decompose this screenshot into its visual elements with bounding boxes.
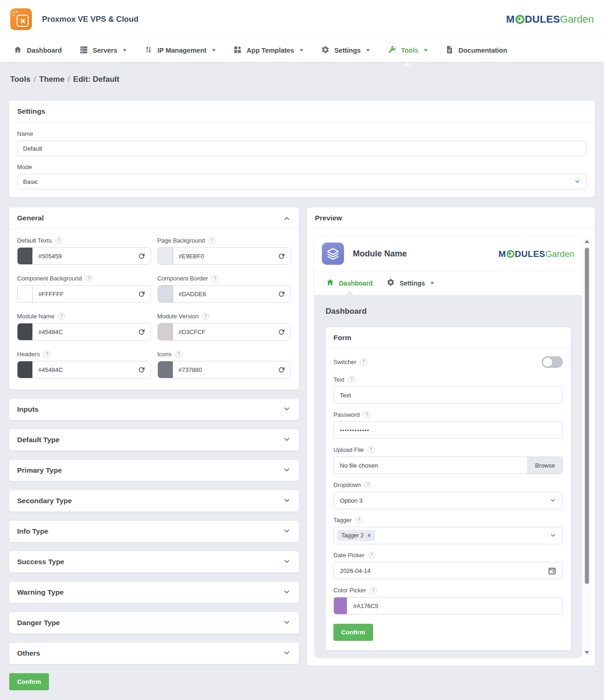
color-input: #505459 <box>17 247 151 265</box>
color-swatch[interactable] <box>158 323 173 340</box>
color-swatch[interactable] <box>18 286 33 302</box>
color-hex-value[interactable]: #E9EBF0 <box>173 253 278 260</box>
module-logo-icon <box>322 243 344 265</box>
color-hex-value[interactable]: #DADDE6 <box>173 291 278 298</box>
help-icon[interactable] <box>368 446 374 453</box>
reset-color-button[interactable] <box>278 252 285 260</box>
color-hex-value[interactable]: #45484C <box>33 366 138 373</box>
color-swatch[interactable] <box>158 286 173 302</box>
preview-scrollbar[interactable] <box>583 237 591 657</box>
color-field: Component Border #DADDE6 <box>157 275 291 303</box>
mode-select[interactable]: Basic <box>17 174 587 189</box>
upload-file-label: Upload File <box>333 446 563 453</box>
preview-form-title: Form <box>333 334 351 342</box>
reset-color-button[interactable] <box>138 328 145 336</box>
switcher-label: Switcher <box>333 359 367 365</box>
scrollbar-up-arrow[interactable] <box>585 240 589 243</box>
chevron-down-icon <box>283 405 291 414</box>
breadcrumb-tools[interactable]: Tools <box>10 75 30 84</box>
color-hex-value[interactable]: #45484C <box>33 329 138 335</box>
general-card-header[interactable]: General <box>9 207 299 229</box>
text-input[interactable]: Text <box>333 386 563 404</box>
nav-item[interactable]: Documentation <box>436 39 516 62</box>
help-icon[interactable] <box>85 275 92 282</box>
help-icon[interactable] <box>202 313 209 320</box>
browse-button[interactable]: Browse <box>527 457 562 474</box>
color-hex-value[interactable]: #FFFFFF <box>33 291 138 298</box>
color-picker-input[interactable]: #A176C5 <box>333 597 563 615</box>
help-icon[interactable] <box>211 275 218 282</box>
collapsed-section-header[interactable]: Inputs <box>9 399 299 420</box>
tag-remove-icon[interactable]: × <box>368 532 371 539</box>
help-icon[interactable] <box>370 587 377 594</box>
dropdown-value: Option 3 <box>340 497 362 504</box>
color-swatch[interactable] <box>158 361 173 378</box>
dropdown-select[interactable]: Option 3 <box>333 492 563 509</box>
chevron-down-icon <box>283 436 291 444</box>
collapsed-section-header[interactable]: Success Type <box>9 551 299 572</box>
confirm-button[interactable]: Confirm <box>9 673 49 690</box>
preview-form-body: Switcher Text Text P <box>326 349 571 650</box>
collapsed-section-header[interactable]: Default Type <box>9 429 299 450</box>
refresh-icon <box>278 290 285 298</box>
preview-form-header: Form <box>326 327 571 349</box>
nav-item[interactable]: Tools <box>379 39 436 62</box>
reset-color-button[interactable] <box>278 328 285 336</box>
reset-color-button[interactable] <box>138 290 145 298</box>
help-icon[interactable] <box>55 237 62 244</box>
preview-nav-item[interactable]: Dashboard <box>319 271 380 295</box>
color-hex-value[interactable]: #D3CFCF <box>173 329 278 335</box>
help-icon[interactable] <box>356 517 362 523</box>
logo-x-icon <box>17 15 29 27</box>
chevron-up-icon <box>283 214 291 222</box>
color-swatch[interactable] <box>158 248 173 264</box>
toggle-knob <box>543 358 552 367</box>
help-icon[interactable] <box>364 481 371 488</box>
help-icon[interactable] <box>360 359 367 365</box>
nav-item[interactable]: IP Management <box>135 39 224 62</box>
reset-color-button[interactable] <box>138 366 145 374</box>
preview-confirm-button[interactable]: Confirm <box>333 624 373 641</box>
help-icon[interactable] <box>43 351 50 358</box>
color-hex-value[interactable]: #737880 <box>173 366 278 373</box>
help-icon[interactable] <box>209 237 216 244</box>
reset-color-button[interactable] <box>278 366 285 374</box>
color-hex-value[interactable]: #505459 <box>33 253 138 260</box>
collapsed-section-header[interactable]: Secondary Type <box>9 490 299 511</box>
modulesgarden-logo[interactable]: M DULES Garden <box>506 14 594 24</box>
preview-page-title: Dashboard <box>326 307 571 316</box>
color-swatch[interactable] <box>334 597 347 614</box>
nav-item[interactable]: Settings <box>312 39 379 62</box>
help-icon[interactable] <box>363 411 370 418</box>
scrollbar-thumb[interactable] <box>585 248 589 584</box>
color-swatch[interactable] <box>18 248 33 264</box>
nav-item[interactable]: App Templates <box>224 39 312 62</box>
password-input[interactable]: •••••••••••• <box>333 421 563 439</box>
nav-item[interactable]: Dashboard <box>5 39 71 62</box>
switcher-toggle[interactable] <box>542 356 563 368</box>
color-swatch[interactable] <box>18 323 33 340</box>
help-icon[interactable] <box>368 552 375 559</box>
help-icon[interactable] <box>348 376 355 383</box>
tagger-input[interactable]: Tagger 2 × <box>333 527 563 544</box>
collapsed-section-header[interactable]: Warning Type <box>9 582 299 603</box>
settings-card-header: Settings <box>9 101 595 122</box>
help-icon[interactable] <box>58 313 65 320</box>
breadcrumb-theme[interactable]: Theme <box>39 75 65 84</box>
collapsed-section-header[interactable]: Info Type <box>9 521 299 542</box>
reset-color-button[interactable] <box>138 252 145 260</box>
date-picker-input[interactable]: 2026-04-14 <box>333 562 563 579</box>
scrollbar-down-arrow[interactable] <box>585 651 589 654</box>
help-icon[interactable] <box>175 351 182 358</box>
brand-text-dules: DULES <box>525 14 560 24</box>
nav-item[interactable]: Servers <box>71 39 135 62</box>
reset-color-button[interactable] <box>278 290 285 298</box>
preview-nav-item[interactable]: Settings <box>380 271 441 295</box>
name-input[interactable] <box>17 140 587 156</box>
collapsed-section-header[interactable]: Primary Type <box>9 460 299 481</box>
file-input[interactable]: No file chosen Browse <box>333 457 563 474</box>
gear-icon <box>321 45 330 55</box>
color-swatch[interactable] <box>18 361 33 378</box>
collapsed-section-header[interactable]: Others <box>9 643 299 664</box>
collapsed-section-header[interactable]: Danger Type <box>9 612 299 633</box>
